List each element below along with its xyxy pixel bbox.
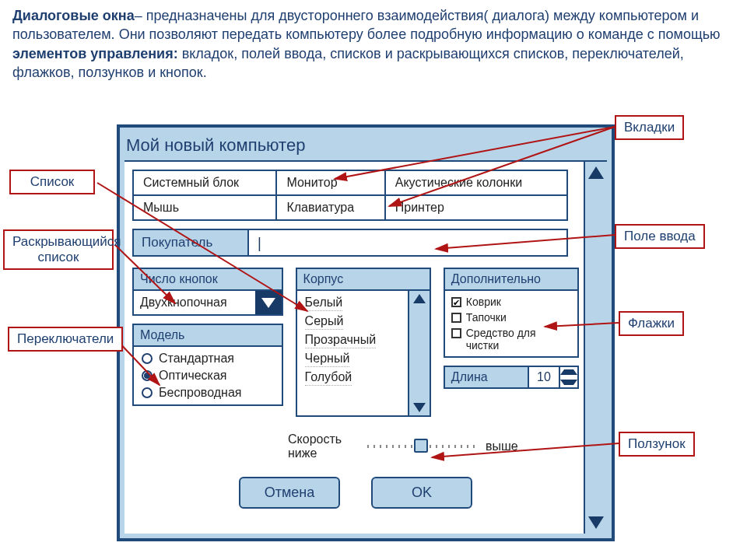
cancel-button[interactable]: Отмена xyxy=(239,477,340,509)
callout-tabs: Вкладки xyxy=(615,115,684,140)
panel-title: Число кнопок xyxy=(134,269,282,291)
spinner-buttons[interactable] xyxy=(560,366,579,389)
slider-high-label: выше xyxy=(486,439,518,453)
list-item[interactable]: Серый xyxy=(305,314,344,330)
radio-option[interactable]: Беспроводная xyxy=(142,386,274,400)
extras-panel: Дополнительно Коврик Тапочки Средство дл… xyxy=(444,268,579,358)
radio-group: Стандартная Оптическая Беспроводная xyxy=(134,347,282,404)
panel-title: Модель xyxy=(134,325,282,347)
checkbox-icon xyxy=(451,297,461,307)
list-item[interactable]: Белый xyxy=(305,296,343,311)
checkbox-icon xyxy=(451,328,461,338)
tab[interactable]: Клавиатура xyxy=(276,195,384,220)
callout-radios: Переключатели xyxy=(8,327,123,352)
tab[interactable]: Монитор xyxy=(276,170,384,195)
tab[interactable]: Акустические колонки xyxy=(385,170,567,195)
callout-checks: Флажки xyxy=(619,311,684,336)
length-spinner[interactable]: Длина 10 xyxy=(444,366,579,389)
buyer-row: Покупатель | xyxy=(132,229,568,257)
scroll-up-icon xyxy=(588,166,604,179)
chevron-down-icon xyxy=(255,291,282,314)
lead-term: Диалоговые окна xyxy=(12,8,135,23)
checkbox-icon xyxy=(451,313,461,323)
buttons-count-panel: Число кнопок Двухкнопочная xyxy=(132,268,283,316)
window-scrollbar[interactable] xyxy=(584,162,607,534)
body-panel: Корпус Белый Серый Прозрачный Черный Гол… xyxy=(296,268,431,417)
slider-thumb[interactable] xyxy=(414,439,428,453)
panel-title: Дополнительно xyxy=(445,269,577,291)
dialog-window: Мой новый компьютер Системный блок Монит… xyxy=(117,124,615,541)
callout-input: Поле ввода xyxy=(615,224,705,249)
radio-option[interactable]: Оптическая xyxy=(142,369,274,383)
tab[interactable]: Принтер xyxy=(385,195,567,220)
listbox[interactable]: Белый Серый Прозрачный Черный Голубой xyxy=(297,291,430,415)
speed-slider-row: Скоростьниже выше xyxy=(132,432,579,460)
buyer-input[interactable]: | xyxy=(249,229,568,257)
intro-paragraph: Диалоговые окна– предназначены для двуст… xyxy=(0,0,747,85)
panel-title: Корпус xyxy=(297,269,430,291)
speed-slider[interactable] xyxy=(367,445,476,448)
list-item[interactable]: Черный xyxy=(305,352,350,367)
tab[interactable]: Мышь xyxy=(133,195,276,220)
tabs-area: Системный блок Монитор Акустические коло… xyxy=(132,170,568,221)
ok-button[interactable]: OK xyxy=(371,477,472,509)
list-item[interactable]: Голубой xyxy=(305,370,352,386)
checkbox-item[interactable]: Коврик xyxy=(451,296,571,308)
spinner-label: Длина xyxy=(444,366,529,389)
window-title: Мой новый компьютер xyxy=(124,132,607,160)
tab[interactable]: Системный блок xyxy=(133,170,276,195)
buyer-label: Покупатель xyxy=(132,229,249,257)
callout-slider: Ползунок xyxy=(619,432,695,457)
model-panel: Модель Стандартная Оптическая Беспроводн… xyxy=(132,324,283,406)
spinner-value: 10 xyxy=(529,366,560,389)
callout-list: Список xyxy=(9,170,95,194)
radio-option[interactable]: Стандартная xyxy=(142,352,274,366)
checkbox-item[interactable]: Средство для чистки xyxy=(451,327,571,352)
list-item[interactable]: Прозрачный xyxy=(305,333,377,348)
buttons-dropdown[interactable]: Двухкнопочная xyxy=(134,291,282,314)
checkbox-item[interactable]: Тапочки xyxy=(451,311,571,324)
callout-dropdown: Раскрывающийся список xyxy=(3,229,114,270)
scroll-down-icon xyxy=(588,516,604,529)
list-scrollbar[interactable] xyxy=(408,291,430,415)
